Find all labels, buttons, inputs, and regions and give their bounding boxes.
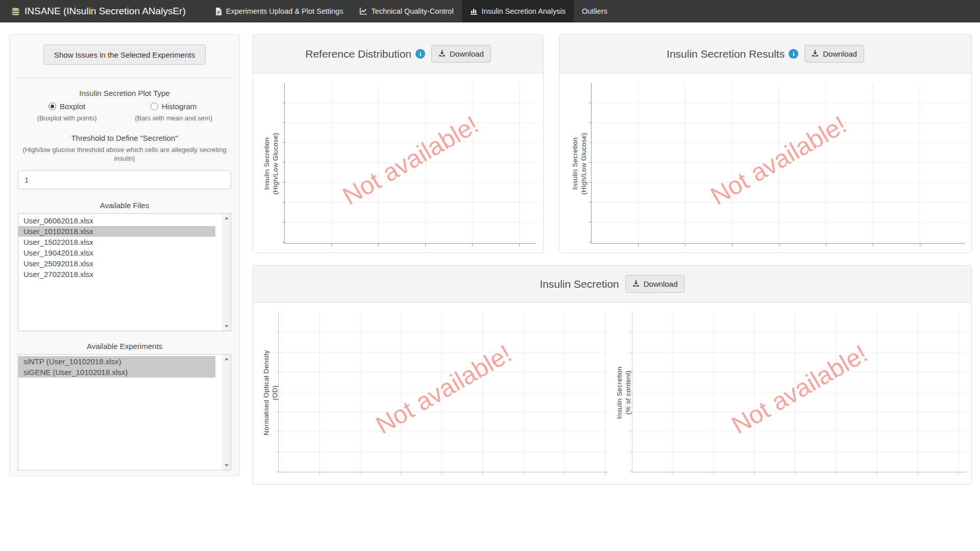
list-item[interactable]: User_19042018.xlsx: [18, 247, 215, 258]
radio-label: Histogram: [162, 102, 197, 111]
divider: [18, 78, 231, 78]
download-icon: [812, 49, 819, 58]
plot-type-label: Insulin Secretion Plot Type: [18, 89, 231, 97]
not-available-watermark: Not available!: [726, 339, 872, 439]
radio-hint: (Boxplot with points): [18, 114, 116, 122]
info-icon[interactable]: i: [415, 49, 425, 59]
radio-label: Boxplot: [60, 102, 85, 111]
not-available-watermark: Not available!: [337, 110, 483, 210]
tab-label: Outliers: [582, 7, 607, 15]
insulin-secretion-panel: Insulin Secretion Download Normalised Op…: [253, 265, 972, 485]
scroll-up-icon[interactable]: [225, 358, 229, 360]
y-axis-label: Insulin Secretion (High/Low Glucose): [570, 83, 589, 244]
panel-title: Insulin Secretion Results i: [667, 48, 798, 60]
files-options: User_06062018.xlsxUser_10102018.xlsxUser…: [18, 214, 231, 280]
scroll-up-icon[interactable]: [225, 217, 229, 219]
radio-histogram[interactable]: Histogram: [151, 102, 197, 111]
radio-icon[interactable]: [151, 103, 158, 110]
y-axis-label: Insulin Secretion (High/Low Glucose): [261, 83, 281, 244]
list-item[interactable]: User_15022018.xlsx: [18, 237, 215, 247]
plot-type-radio-group: Boxplot (Boxplot with points) Histogram …: [18, 102, 231, 122]
line-chart-icon: [359, 8, 367, 15]
navbar: INSANE (INsulin Secretion ANalysEr) Expe…: [0, 0, 980, 22]
download-icon: [438, 49, 446, 58]
threshold-label: Threshold to Define "Secretion": [18, 134, 231, 142]
download-button[interactable]: Download: [431, 45, 491, 63]
radio-icon[interactable]: [48, 103, 56, 110]
experiments-listbox[interactable]: siNTP (User_10102018.xlsx)siGENE (User_1…: [18, 354, 231, 470]
available-files-label: Available Files: [18, 201, 231, 210]
panel-title-text: Insulin Secretion: [540, 278, 619, 290]
insulin-secretion-results-panel: Insulin Secretion Results i Download Ins…: [559, 34, 972, 253]
panel-header: Insulin Secretion Download: [253, 266, 971, 303]
download-label: Download: [450, 49, 484, 58]
tab-insulin-secretion-analysis[interactable]: Insulin Secretion Analysis: [462, 0, 574, 22]
list-item[interactable]: User_10102018.xlsx: [18, 226, 215, 237]
file-icon: [215, 8, 222, 15]
insulin-secretion-results-chart: Not available!: [591, 83, 965, 244]
download-button[interactable]: Download: [804, 45, 864, 63]
not-available-watermark: Not available!: [371, 339, 516, 439]
download-label: Download: [823, 49, 857, 58]
files-listbox[interactable]: User_06062018.xlsxUser_10102018.xlsxUser…: [18, 213, 231, 331]
files-scrollbar[interactable]: [222, 214, 231, 331]
tab-label: Technical Quality-Control: [371, 7, 453, 15]
list-item[interactable]: User_27022018.xlsx: [18, 269, 215, 280]
info-icon[interactable]: i: [789, 49, 798, 59]
list-item[interactable]: siGENE (User_10102018.xlsx): [18, 367, 215, 378]
panel-title: Reference Distribution i: [305, 48, 425, 60]
radio-boxplot[interactable]: Boxplot: [48, 102, 85, 111]
list-item[interactable]: User_06062018.xlsx: [18, 215, 215, 226]
tab-technical-qc[interactable]: Technical Quality-Control: [351, 0, 461, 22]
tab-label: Experiments Upload & Plot Settings: [226, 7, 344, 15]
list-item[interactable]: siNTP (User_10102018.xlsx): [18, 356, 215, 367]
show-issues-button[interactable]: Show Issues in the Selected Experiments: [43, 44, 206, 65]
download-button[interactable]: Download: [625, 275, 685, 293]
tab-label: Insulin Secretion Analysis: [482, 7, 566, 15]
download-label: Download: [644, 280, 678, 288]
radio-hint: (Bars with mean and sem): [116, 114, 231, 122]
reference-distribution-panel: Reference Distribution i Download Insuli…: [253, 34, 544, 253]
nav-tabs: Experiments Upload & Plot Settings Techn…: [207, 0, 616, 22]
threshold-input[interactable]: [18, 170, 231, 189]
panel-header: Insulin Secretion Results i Download: [559, 35, 971, 73]
tab-outliers[interactable]: Outliers: [574, 0, 616, 22]
app-title: INSANE (INsulin Secretion ANalysEr): [24, 6, 186, 17]
download-icon: [632, 280, 640, 288]
list-item[interactable]: User_25092018.xlsx: [18, 258, 215, 269]
scroll-down-icon[interactable]: [225, 464, 229, 467]
available-experiments-label: Available Experiments: [18, 342, 231, 350]
insulin-secretion-percent-chart: Not available!: [632, 313, 966, 472]
not-available-watermark: Not available!: [705, 110, 851, 210]
experiments-options: siNTP (User_10102018.xlsx)siGENE (User_1…: [18, 355, 231, 378]
scroll-down-icon[interactable]: [225, 325, 229, 328]
panel-title: Insulin Secretion: [540, 278, 619, 290]
database-icon: [11, 7, 20, 16]
tab-experiments-upload[interactable]: Experiments Upload & Plot Settings: [207, 0, 352, 22]
sidebar-panel: Show Issues in the Selected Experiments …: [9, 34, 240, 476]
experiments-scrollbar[interactable]: [222, 355, 231, 470]
normalised-od-chart: Not available!: [278, 313, 608, 472]
reference-distribution-chart: Not available!: [284, 83, 535, 244]
panel-title-text: Insulin Secretion Results: [667, 48, 785, 60]
threshold-hint: (High/low glucose threshold above which …: [22, 145, 227, 163]
panel-title-text: Reference Distribution: [305, 48, 411, 60]
bar-chart-icon: [470, 8, 478, 15]
panel-header: Reference Distribution i Download: [253, 35, 543, 73]
app-brand: INSANE (INsulin Secretion ANalysEr): [0, 0, 199, 22]
